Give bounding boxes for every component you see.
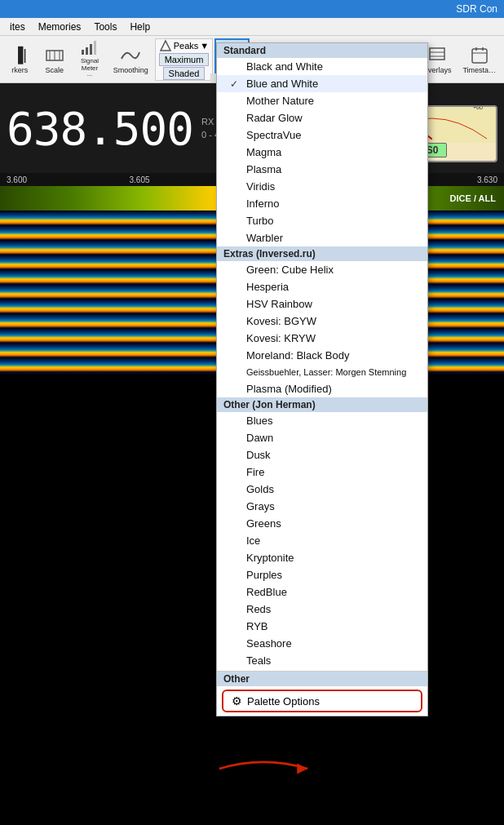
colour-option-magma[interactable]: Magma [217,144,427,161]
svg-rect-5 [86,47,88,55]
peaks-label: Peaks [174,41,199,51]
colour-option-teals[interactable]: Teals [217,652,427,669]
svg-rect-7 [94,41,96,55]
colour-option-viridis[interactable]: Viridis [217,178,427,195]
colour-option-fire[interactable]: Fire [217,464,427,481]
palette-options-label: Palette Options [247,695,320,707]
menu-ites[interactable]: ites [3,20,32,34]
smoothing-label: Smoothing [113,67,148,75]
colour-option-geissbuehler[interactable]: Geissbuehler, Lasser: Morgen Stemning [217,364,427,380]
colour-option-blue-white[interactable]: ✓ Blue and White [217,75,427,92]
peaks-dropdown-arrow[interactable]: ▼ [200,41,209,51]
other-section: Other ⚙ Palette Options [217,671,427,712]
timestamps-label: Timesta… [462,67,496,75]
colour-option-hsv-rainbow[interactable]: HSV Rainbow [217,295,427,313]
colour-option-black-white[interactable]: Black and White [217,58,427,75]
title-bar: SDR Con [0,0,504,18]
peaks-maximum[interactable]: Maximum [159,53,210,66]
freq-label-4: 3.630 [477,175,497,184]
check-black-white [230,61,241,73]
scale-label: Scale [46,67,64,75]
extras-section-header: Extras (Inversed.ru) [217,246,427,261]
colour-option-purples[interactable]: Purples [217,566,427,583]
colour-option-dusk[interactable]: Dusk [217,446,427,464]
signal-meter-icon [78,38,101,58]
colour-dropdown: Standard Black and White ✓ Blue and Whit… [216,42,428,716]
colour-option-hesperia[interactable]: Hesperia [217,278,427,295]
gear-icon: ⚙ [232,694,242,707]
freq-label-0: 3.600 [7,175,27,184]
check-mother-nature [230,95,241,107]
toolbar-markers[interactable]: ▐| rkers [3,38,37,81]
colour-option-greens[interactable]: Greens [217,515,427,532]
timestamps-icon [468,44,491,67]
toolbar-timestamps[interactable]: Timesta… [458,38,501,81]
colour-option-mother-nature[interactable]: Mother Nature [217,92,427,109]
other-section-header: Other [217,672,427,686]
toolbar-peaks-group: Peaks ▼ Maximum Shaded [155,38,214,81]
toolbar-signal-meter[interactable]: Signal Meter ··· [73,38,107,81]
svg-rect-20 [472,49,487,63]
colour-option-blues[interactable]: Blues [217,412,427,429]
svg-rect-17 [430,48,444,60]
smoothing-icon [119,44,142,67]
colour-option-grays[interactable]: Grays [217,498,427,515]
svg-marker-8 [161,41,170,51]
colour-option-cube-helix[interactable]: Green: Cube Helix [217,261,427,278]
colour-option-seashore[interactable]: Seashore [217,635,427,652]
colour-option-moreland[interactable]: Moreland: Black Body [217,347,427,364]
colour-option-plasma-modified[interactable]: Plasma (Modified) [217,380,427,397]
colour-option-turbo[interactable]: Turbo [217,212,427,229]
colour-option-inferno[interactable]: Inferno [217,195,427,212]
peaks-icon [159,39,172,52]
colour-option-radar-glow[interactable]: Radar Glow [217,109,427,126]
colour-option-ice[interactable]: Ice [217,532,427,549]
jon-herman-section-header: Other (Jon Herman) [217,397,427,412]
colour-option-warbler[interactable]: Warbler [217,229,427,246]
peaks-top: Peaks ▼ [159,39,209,52]
menu-bar: ites Memories Tools Help [0,18,504,36]
colour-option-golds[interactable]: Golds [217,481,427,498]
scale-icon [43,44,66,67]
svg-rect-6 [90,44,92,55]
svg-rect-4 [82,50,84,55]
toolbar-scale[interactable]: Scale [38,38,72,81]
colour-option-kovesi-kryw[interactable]: Kovesi: KRYW [217,330,427,347]
colour-option-kryptonite[interactable]: Kryptonite [217,549,427,566]
voice-all-text: DICE / ALL [450,193,496,203]
check-blue-white: ✓ [230,78,241,90]
colour-option-spectravue[interactable]: SpectraVue [217,126,427,144]
colour-option-ryb[interactable]: RYB [217,618,427,635]
title-text: SDR Con [456,3,497,15]
toolbar-smoothing[interactable]: Smoothing [108,38,153,81]
overlays-icon [426,44,449,67]
palette-options-item[interactable]: ⚙ Palette Options [222,690,422,712]
colour-option-plasma[interactable]: Plasma [217,161,427,178]
markers-icon: ▐| [8,44,31,67]
freq-label-1: 3.605 [130,175,150,184]
colour-option-dawn[interactable]: Dawn [217,429,427,446]
menu-tools[interactable]: Tools [87,20,123,34]
svg-text:+60: +60 [473,107,483,110]
peaks-shaded[interactable]: Shaded [163,67,206,80]
menu-memories[interactable]: Memories [32,20,88,34]
freq-number: 638.500 [7,102,193,155]
markers-label: rkers [11,67,28,75]
signal-meter-label: Signal Meter ··· [78,58,101,79]
standard-section-header: Standard [217,43,427,58]
colour-option-redblue[interactable]: RedBlue [217,583,427,601]
menu-help[interactable]: Help [123,20,157,34]
colour-option-reds[interactable]: Reds [217,601,427,618]
colour-option-kovesi-bgyw[interactable]: Kovesi: BGYW [217,313,427,330]
